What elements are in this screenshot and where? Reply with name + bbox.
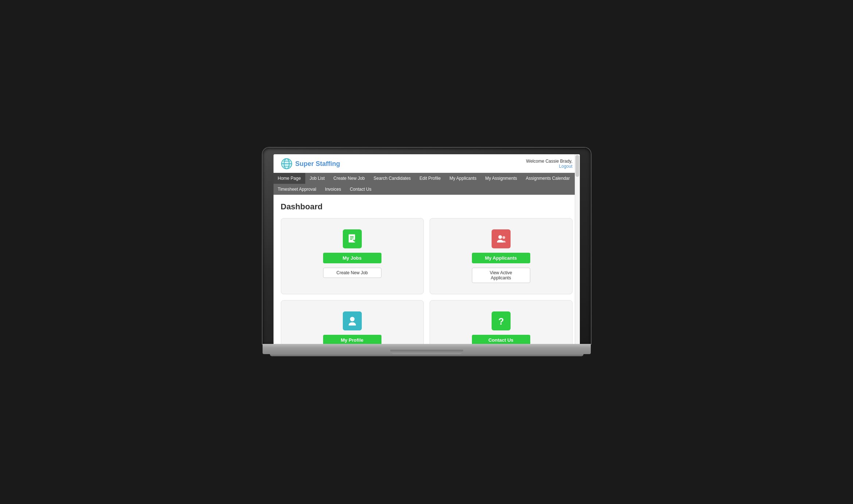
nav-bar: Home Page Job List Create New Job Search… [274,173,580,195]
screen: Super Staffing Welcome Cassie Brady, Log… [274,154,580,344]
logout-link[interactable]: Logout [526,164,573,169]
jobs-icon [347,233,358,244]
dashboard-area: Dashboard [274,195,580,344]
my-applicants-icon-box [492,229,511,248]
my-profile-icon-box [343,311,362,330]
my-jobs-button[interactable]: My Jobs [323,253,381,263]
create-new-job-button[interactable]: Create New Job [323,268,381,278]
laptop-foot [270,354,583,356]
screen-bezel: Super Staffing Welcome Cassie Brady, Log… [263,148,591,344]
nav-item-create-job[interactable]: Create New Job [329,173,369,184]
nav-item-job-list[interactable]: Job List [305,173,329,184]
nav-item-my-assignments[interactable]: My Assignments [481,173,521,184]
svg-point-11 [502,236,505,239]
contact-us-button[interactable]: Contact Us [472,335,530,344]
card-contact-us: ? Contact Us [430,300,573,344]
svg-point-12 [350,317,354,322]
scrollbar-track[interactable] [575,154,580,344]
my-applicants-button[interactable]: My Applicants [472,253,530,263]
nav-item-edit-profile[interactable]: Edit Profile [415,173,445,184]
user-area: Welcome Cassie Brady, Logout [526,159,573,169]
card-my-applicants: My Applicants View Active Applicants [430,218,573,294]
header: Super Staffing Welcome Cassie Brady, Log… [274,154,580,173]
nav-item-my-applicants[interactable]: My Applicants [445,173,481,184]
laptop-base [263,344,591,354]
svg-text:?: ? [498,316,504,326]
cards-grid: My Jobs Create New Job [281,218,573,344]
scrollbar-thumb[interactable] [575,155,579,177]
view-active-applicants-button[interactable]: View Active Applicants [472,268,530,283]
card-my-jobs: My Jobs Create New Job [281,218,424,294]
laptop-frame: Super Staffing Welcome Cassie Brady, Log… [263,148,591,356]
logo-area: Super Staffing [281,158,340,170]
my-jobs-icon-box [343,229,362,248]
nav-item-assignments-calendar[interactable]: Assignments Calendar [522,173,574,184]
nav-item-timesheet-approval[interactable]: Timesheet Approval [274,184,321,195]
welcome-text: Welcome Cassie Brady, [526,159,573,164]
contact-us-icon-box: ? [492,311,511,330]
contact-icon: ? [496,315,507,326]
brand-name: Super Staffing [295,160,340,168]
nav-item-search-candidates[interactable]: Search Candidates [369,173,415,184]
nav-item-home[interactable]: Home Page [274,173,305,184]
my-profile-button[interactable]: My Profile [323,335,381,344]
profile-icon [347,315,358,326]
dashboard-title: Dashboard [281,202,573,212]
logo-icon [281,158,292,170]
svg-point-10 [498,235,502,239]
applicants-icon [496,233,507,244]
app-wrapper: Super Staffing Welcome Cassie Brady, Log… [274,154,580,344]
card-my-profile: My Profile [281,300,424,344]
nav-item-contact-us[interactable]: Contact Us [345,184,376,195]
nav-item-invoices[interactable]: Invoices [321,184,345,195]
